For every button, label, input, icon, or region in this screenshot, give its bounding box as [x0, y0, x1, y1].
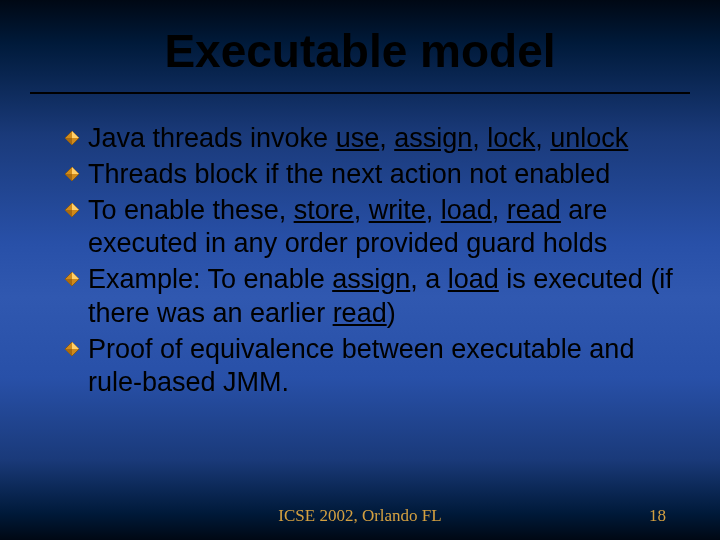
bullet-text: Java threads invoke use, assign, lock, u… [88, 122, 676, 156]
diamond-bullet-icon [64, 341, 80, 357]
bullet-text: Threads block if the next action not ena… [88, 158, 676, 192]
bullet-list: Java threads invoke use, assign, lock, u… [40, 122, 680, 400]
bullet-text: To enable these, store, write, load, rea… [88, 194, 676, 262]
svg-marker-4 [72, 167, 79, 174]
slide-title: Executable model [40, 24, 680, 92]
list-item: Threads block if the next action not ena… [64, 158, 676, 192]
page-number: 18 [649, 506, 666, 526]
bullet-text: Proof of equivalence between executable … [88, 333, 676, 401]
title-underline [30, 92, 690, 94]
list-item: Java threads invoke use, assign, lock, u… [64, 122, 676, 156]
list-item: Proof of equivalence between executable … [64, 333, 676, 401]
svg-marker-7 [72, 203, 79, 210]
svg-marker-8 [65, 210, 72, 217]
list-item: Example: To enable assign, a load is exe… [64, 263, 676, 331]
list-item: To enable these, store, write, load, rea… [64, 194, 676, 262]
bullet-text: Example: To enable assign, a load is exe… [88, 263, 676, 331]
footer: ICSE 2002, Orlando FL [0, 506, 720, 526]
svg-marker-1 [72, 131, 79, 138]
diamond-bullet-icon [64, 166, 80, 182]
svg-marker-2 [65, 138, 72, 145]
diamond-bullet-icon [64, 130, 80, 146]
footer-text: ICSE 2002, Orlando FL [278, 506, 441, 526]
diamond-bullet-icon [64, 202, 80, 218]
svg-marker-5 [65, 174, 72, 181]
diamond-bullet-icon [64, 271, 80, 287]
slide: Executable model Java threads invoke use… [0, 0, 720, 540]
